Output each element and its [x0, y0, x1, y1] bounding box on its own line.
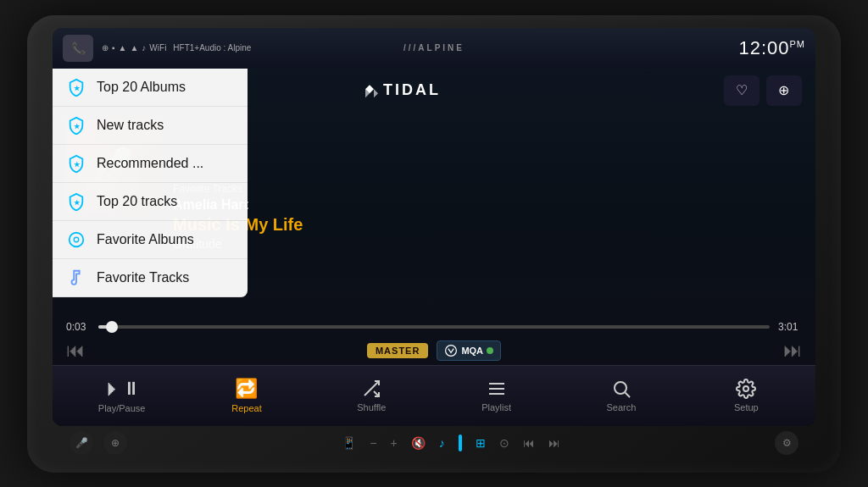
- device-frame: 📞 ⊕ ▪ ▲ ▲ ♪ WiFi HFT1+Audio : Alpine ///…: [27, 15, 841, 473]
- track-info: Favorite Tracks Amelia Hart Music Is My …: [173, 119, 802, 314]
- svg-point-13: [615, 382, 626, 394]
- signal-icon: ▲: [119, 43, 127, 53]
- setup-button[interactable]: Setup: [716, 379, 776, 412]
- top20tracks-icon: ★: [66, 191, 86, 212]
- progress-container: 0:03 3:01: [53, 318, 815, 336]
- tidal-label: TIDAL: [383, 81, 441, 99]
- next-track-button[interactable]: ⏭: [783, 340, 802, 362]
- playlist-label: Playlist: [481, 402, 511, 412]
- status-label: HFT1+Audio : Alpine: [173, 43, 251, 53]
- tidal-icon: [361, 82, 378, 99]
- time-current: 0:03: [66, 321, 90, 333]
- master-badge: MASTER: [367, 343, 428, 358]
- favoritealbums-label: Favorite Albums: [97, 232, 194, 247]
- top20albums-label: Top 20 Albums: [97, 80, 186, 95]
- svg-point-9: [446, 345, 457, 356]
- playlist-button[interactable]: Playlist: [467, 379, 526, 412]
- bottom-minus-icon[interactable]: −: [370, 436, 376, 450]
- context-label: Favorite Tracks: [173, 183, 802, 195]
- search-icon: [611, 379, 632, 399]
- settings-button[interactable]: ⚙: [775, 431, 798, 455]
- clock-ampm: PM: [790, 38, 806, 48]
- progress-row: 0:03 3:01: [66, 321, 802, 333]
- phone-button[interactable]: 📞: [63, 35, 93, 62]
- bottom-phone-icon[interactable]: 📱: [342, 436, 356, 450]
- artist-name: Amelia Hart: [173, 197, 802, 213]
- repeat-label: Repeat: [231, 403, 261, 413]
- brand-label: ///ALPINE: [403, 43, 465, 53]
- recommended-icon: ★: [66, 153, 86, 174]
- menu-item-recommended[interactable]: ★ Recommended ...: [53, 145, 248, 183]
- top20albums-icon: ★: [66, 77, 86, 97]
- device-bottom-bar: 🎤 ⊕ 📱 − + 🔇 ♪ ⊞ ⊙ ⏮ ⏭ ⚙: [53, 426, 815, 460]
- shuffle-label: Shuffle: [357, 402, 386, 412]
- shuffle-icon: [361, 379, 381, 399]
- newtracks-label: New tracks: [97, 118, 164, 133]
- mqa-active-dot: [487, 347, 493, 354]
- newtracks-icon: ★: [66, 115, 86, 136]
- repeat-button[interactable]: 🔁 Repeat: [217, 378, 276, 413]
- mic-button[interactable]: 🎤: [70, 431, 93, 455]
- svg-text:★: ★: [74, 84, 81, 91]
- home-button[interactable]: ⊕: [103, 431, 127, 455]
- svg-point-4: [70, 232, 84, 246]
- quality-badges: MASTER MQA: [367, 340, 501, 361]
- main-area: ★ Top 20 Albums ★ New tracks: [53, 69, 815, 426]
- playpause-button[interactable]: ⏵⏸ Play/Pause: [92, 378, 152, 413]
- search-button[interactable]: Search: [592, 379, 651, 412]
- signal2-icon: ▲: [130, 43, 138, 53]
- favoritealbums-icon: [66, 230, 86, 250]
- menu-item-favoritetracks[interactable]: Favorite Tracks: [53, 259, 248, 297]
- bottom-prev-icon[interactable]: ⏮: [523, 436, 535, 450]
- svg-point-5: [74, 237, 79, 242]
- svg-point-15: [743, 386, 748, 391]
- search-label: Search: [607, 402, 637, 412]
- menu-item-newtracks[interactable]: ★ New tracks: [53, 107, 248, 145]
- wifi-icon: WiFi: [149, 43, 166, 53]
- screen: 📞 ⊕ ▪ ▲ ▲ ♪ WiFi HFT1+Audio : Alpine ///…: [53, 28, 815, 426]
- favoritetracks-label: Favorite Tracks: [97, 270, 189, 285]
- share-button[interactable]: ⊕: [766, 75, 802, 106]
- action-buttons: ♡ ⊕: [724, 75, 802, 106]
- mqa-icon: [444, 344, 458, 357]
- recommended-label: Recommended ...: [97, 156, 203, 171]
- playpause-label: Play/Pause: [98, 403, 146, 413]
- top-bar: 📞 ⊕ ▪ ▲ ▲ ♪ WiFi HFT1+Audio : Alpine ///…: [53, 28, 815, 69]
- audio-icon: ♪: [142, 43, 146, 53]
- clock-display: 12:00PM: [738, 37, 805, 59]
- bottom-grid-icon[interactable]: ⊞: [476, 436, 486, 450]
- progress-thumb: [106, 321, 118, 333]
- bottom-plus-icon[interactable]: +: [391, 436, 398, 450]
- top20tracks-label: Top 20 tracks: [97, 194, 177, 209]
- bottom-controls: 📱 − + 🔇 ♪ ⊞ ⊙ ⏮ ⏭: [342, 434, 559, 451]
- menu-item-top20tracks[interactable]: ★ Top 20 tracks: [53, 183, 248, 221]
- controls-bar: ⏵⏸ Play/Pause 🔁 Repeat Shuffle: [53, 365, 815, 426]
- bottom-mute-icon[interactable]: 🔇: [411, 436, 426, 450]
- repeat-icon: 🔁: [235, 378, 258, 400]
- menu-item-favoritealbums[interactable]: Favorite Albums: [53, 221, 248, 259]
- bottom-music-icon[interactable]: ♪: [439, 436, 445, 450]
- bluetooth-icon: ⊕: [102, 43, 108, 53]
- prev-track-button[interactable]: ⏮: [66, 340, 85, 362]
- svg-text:★: ★: [74, 122, 81, 130]
- bottom-next-icon[interactable]: ⏭: [548, 436, 560, 450]
- setup-label: Setup: [734, 402, 759, 412]
- mqa-label: MQA: [461, 346, 483, 356]
- track-title: Music Is My Life: [173, 215, 802, 235]
- quality-row: ⏮ MASTER MQA ⏭: [53, 336, 815, 365]
- svg-text:★: ★: [74, 198, 81, 206]
- dropdown-menu: ★ Top 20 Albums ★ New tracks: [53, 69, 248, 297]
- heart-button[interactable]: ♡: [724, 75, 760, 106]
- playlist-icon: [487, 379, 507, 399]
- time-total: 3:01: [778, 321, 802, 333]
- battery-icon: ▪: [112, 43, 115, 53]
- svg-text:★: ★: [74, 160, 81, 168]
- shuffle-button[interactable]: Shuffle: [342, 379, 401, 412]
- tidal-logo: TIDAL: [361, 81, 441, 99]
- menu-item-top20albums[interactable]: ★ Top 20 Albums: [53, 69, 248, 107]
- clock-time: 12:00: [738, 37, 789, 58]
- svg-line-14: [625, 393, 630, 398]
- bottom-camera-icon[interactable]: ⊙: [499, 436, 509, 450]
- progress-track[interactable]: [98, 325, 770, 329]
- mqa-badge: MQA: [437, 340, 501, 361]
